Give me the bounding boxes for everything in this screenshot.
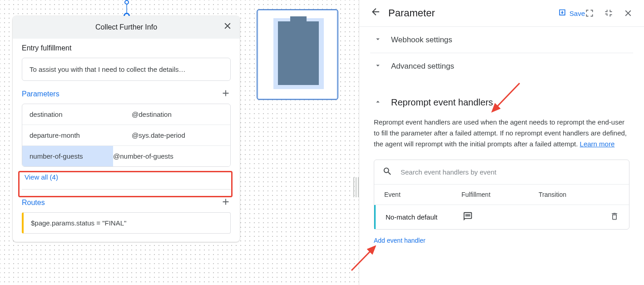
parameter-name: number-of-guests [22, 146, 113, 166]
add-event-handler-link[interactable]: Add event handler [370, 230, 633, 251]
webhook-settings-label: Webhook settings [391, 35, 452, 45]
delete-handler-button[interactable] [610, 212, 619, 222]
divider [22, 189, 231, 190]
fullscreen-enter-icon[interactable] [585, 9, 594, 18]
fullscreen-exit-icon[interactable] [604, 9, 613, 18]
chevron-up-icon [374, 98, 382, 107]
parameter-row[interactable]: departure-month @sys.date-period [22, 125, 230, 146]
entry-fulfillment-label: Entry fulfillment [22, 44, 231, 52]
parameter-row-selected[interactable]: number-of-guests @number-of-guests [22, 146, 230, 166]
parameter-type: @sys.date-period [132, 131, 185, 139]
handlers-table-head: Event Fulfillment Transition [374, 185, 629, 205]
learn-more-link[interactable]: Learn more [580, 140, 615, 148]
parameter-name: departure-month [30, 131, 132, 139]
chevron-down-icon [374, 61, 382, 71]
row-event-name: No-match default [386, 213, 463, 221]
add-parameter-button[interactable] [221, 88, 231, 100]
page-card-header: Collect Further Info [13, 16, 240, 39]
save-button[interactable]: Save [558, 9, 585, 18]
event-handler-row[interactable]: No-match default [374, 205, 629, 229]
fulfillment-icon [463, 211, 540, 223]
flow-canvas[interactable]: Collect Further Info Entry fulfillment T… [0, 0, 359, 285]
parameter-type: @number-of-guests [113, 152, 173, 160]
back-arrow-icon[interactable] [370, 6, 381, 20]
parameter-list: destination @destination departure-month… [22, 104, 231, 167]
webhook-settings-section[interactable]: Webhook settings [370, 27, 633, 53]
col-transition: Transition [539, 191, 619, 198]
advanced-settings-label: Advanced settings [391, 62, 454, 71]
route-condition-box[interactable]: $page.params.status = "FINAL" [22, 212, 231, 234]
close-icon[interactable] [223, 21, 233, 34]
event-search-input[interactable] [401, 168, 621, 176]
entry-fulfillment-box[interactable]: To assist you with that I need to collec… [22, 58, 231, 81]
chevron-down-icon [374, 35, 382, 45]
close-panel-icon[interactable] [623, 8, 633, 18]
event-handlers-box: Event Fulfillment Transition No-match de… [374, 160, 629, 230]
search-row [374, 160, 629, 185]
parameter-type: @destination [132, 110, 172, 118]
reprompt-title: Reprompt event handlers [391, 97, 493, 108]
add-route-button[interactable] [221, 197, 231, 209]
panel-header: Parameter Save [359, 0, 644, 27]
connector-top-node [124, 0, 129, 5]
col-event: Event [384, 191, 461, 198]
parameters-heading[interactable]: Parameters [22, 90, 59, 98]
advanced-settings-section[interactable]: Advanced settings [370, 53, 633, 79]
col-fulfillment: Fulfillment [461, 191, 539, 198]
parameter-row[interactable]: destination @destination [22, 104, 230, 125]
routes-heading[interactable]: Routes [22, 199, 45, 207]
parameter-panel: Parameter Save Webhook settings [359, 0, 644, 285]
panel-resize-handle[interactable] [353, 177, 359, 197]
reprompt-description: Reprompt event handlers are used when th… [370, 113, 633, 153]
search-icon [382, 166, 401, 178]
minimap[interactable] [257, 9, 338, 100]
parameter-name: destination [30, 110, 132, 118]
save-label: Save [570, 10, 585, 17]
panel-title: Parameter [388, 7, 549, 19]
view-all-link[interactable]: View all (4) [22, 167, 231, 183]
page-card: Collect Further Info Entry fulfillment T… [13, 16, 240, 242]
page-card-title: Collect Further Info [95, 23, 157, 31]
reprompt-section-header[interactable]: Reprompt event handlers [370, 79, 633, 113]
